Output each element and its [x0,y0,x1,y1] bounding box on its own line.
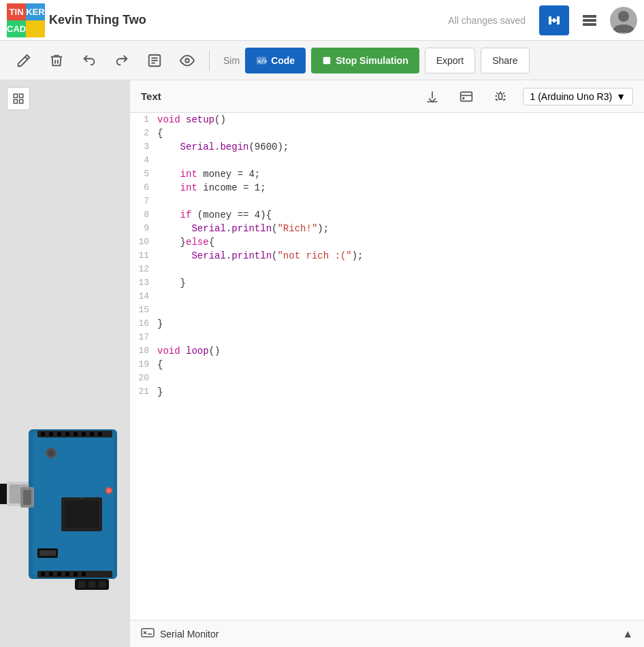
svg-rect-32 [49,432,53,436]
debug-button[interactable] [489,85,512,108]
svg-point-8 [618,11,629,22]
svg-text:</>: </> [258,59,268,65]
undo-button[interactable] [76,47,103,74]
upload-icon [460,90,473,103]
download-icon [425,90,439,103]
toolbar: Sim </> Code Stop Simulation Export Shar… [0,41,644,80]
code-line: 15 [130,303,644,317]
tinkercad-logo[interactable]: TIN KER CAD [7,3,41,37]
share-button[interactable]: Share [481,48,529,73]
save-status: All changes saved [448,15,526,26]
code-line: 8 if (money == 4){ [130,208,644,222]
code-line: 13 } [130,276,644,290]
svg-rect-46 [41,572,45,576]
download-button[interactable] [421,85,444,108]
logo-tin: TIN [7,3,26,20]
project-name: Kevin Thing Two [49,13,448,27]
serial-monitor-icon [141,628,155,640]
svg-rect-62 [142,629,154,637]
code-button[interactable]: </> Code [245,48,306,73]
device-label: 1 (Arduino Uno R3) [530,91,613,102]
avatar-icon [610,7,637,34]
svg-rect-38 [98,432,102,436]
main-area: Text 1 (Arduino Uno R3) [0,80,644,647]
trash-icon [49,53,64,68]
code-line: 19 { [130,358,644,371]
svg-rect-1 [557,16,560,24]
svg-rect-47 [49,572,53,576]
svg-rect-55 [78,581,85,588]
code-line: 17 [130,331,644,344]
header-icons [539,5,637,35]
circuit-view-button[interactable] [539,5,569,35]
code-panel: Text 1 (Arduino Uno R3) [129,80,644,647]
header: TIN KER CAD Kevin Thing Two All changes … [0,0,644,41]
toolbar-separator [209,50,210,71]
redo-icon [114,53,129,68]
export-button[interactable]: Export [425,48,475,73]
svg-point-40 [48,450,54,457]
stop-simulation-button[interactable]: Stop Simulation [311,48,419,73]
annotate-icon [16,53,31,68]
canvas-area[interactable] [0,80,129,647]
arduino-board [0,416,126,565]
logo-cad-yellow [26,20,44,37]
serial-monitor-label: Serial Monitor [160,629,219,640]
stop-icon [322,56,332,65]
svg-rect-51 [82,572,86,576]
code-line: 18 void loop() [130,344,644,358]
code-line: 1 void setup() [130,113,644,127]
svg-rect-17 [323,56,331,64]
notes-button[interactable] [141,47,168,74]
zoom-icon [12,93,25,105]
delete-button[interactable] [43,47,70,74]
svg-rect-7 [583,23,596,26]
code-toolbar: Text 1 (Arduino Uno R3) [130,80,644,113]
device-select[interactable]: 1 (Arduino Uno R3) ▼ [523,88,633,105]
code-line: 16 } [130,317,644,331]
serial-monitor-chevron-icon: ▲ [622,628,633,640]
logo-cad: CAD [7,20,26,37]
svg-rect-50 [74,572,78,576]
svg-rect-35 [74,432,78,436]
code-lines: 1 void setup() 2 { 3 Serial.begin(9600);… [130,113,644,399]
code-line: 7 [130,195,644,208]
svg-point-42 [107,488,111,493]
svg-rect-0 [549,16,551,24]
svg-rect-6 [583,19,596,22]
code-line: 2 { [130,127,644,140]
code-line: 5 int money = 4; [130,167,644,181]
serial-monitor-bar[interactable]: Serial Monitor ▲ [130,620,644,647]
code-line: 11 Serial.println("not rich :("); [130,249,644,263]
code-line: 12 [130,263,644,276]
device-chevron-icon: ▼ [616,91,626,102]
code-line: 20 [130,371,644,385]
undo-icon [82,53,97,68]
svg-rect-53 [39,550,56,556]
svg-rect-5 [583,15,596,18]
svg-rect-37 [90,432,94,436]
svg-point-61 [463,97,464,99]
code-panel-title: Text [141,90,410,102]
redo-button[interactable] [108,47,135,74]
user-avatar[interactable] [610,7,637,34]
notes-icon [147,53,162,68]
svg-rect-31 [41,432,45,436]
upload-button[interactable] [455,85,478,108]
svg-rect-49 [65,572,69,576]
code-editor[interactable]: 1 void setup() 2 { 3 Serial.begin(9600);… [130,113,644,620]
circuit-icon [546,12,562,29]
table-view-button[interactable] [575,5,605,35]
svg-rect-29 [23,490,31,505]
code-line: 6 int income = 1; [130,181,644,195]
svg-line-9 [25,56,28,59]
terminal-icon [141,628,155,637]
table-icon [581,12,598,29]
svg-rect-21 [20,100,23,103]
svg-rect-36 [82,432,86,436]
code-icon: </> [256,55,267,66]
code-line: 10 }else{ [130,235,644,249]
eye-button[interactable] [174,47,201,74]
annotate-button[interactable] [10,47,37,74]
zoom-to-fit-button[interactable] [7,87,30,110]
